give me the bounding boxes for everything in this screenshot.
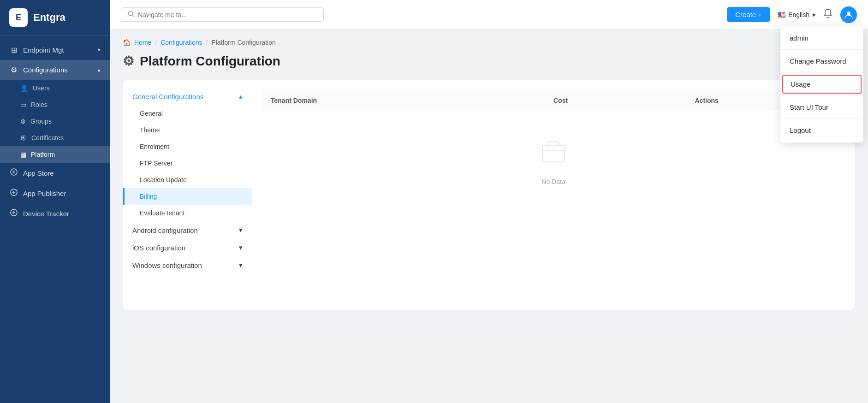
config-nav-billing[interactable]: Billing [123, 188, 252, 205]
create-button[interactable]: Create + [727, 7, 770, 22]
sidebar-subitem-groups[interactable]: ⊗ Groups [0, 113, 110, 130]
config-nav-ftp-server[interactable]: FTP Server [123, 155, 252, 172]
search-bar[interactable] [121, 7, 324, 22]
platform-icon: ▦ [20, 151, 26, 158]
header: Create + 🇺🇸 English ▾ admin Change Passw… [110, 0, 868, 30]
page-title-area: ⚙ Platform Configuration [123, 53, 855, 69]
general-config-header[interactable]: General Configurations ▴ [123, 88, 252, 105]
windows-chevron-icon: ▾ [239, 261, 243, 269]
flag-icon: 🇺🇸 [778, 11, 785, 18]
groups-icon: ⊗ [20, 118, 26, 125]
table-header: Tenant Domain Cost Actions [263, 91, 844, 110]
dropdown-divider-2 [780, 72, 863, 73]
sidebar-item-app-publisher[interactable]: App Publisher [0, 183, 110, 203]
sidebar-item-app-publisher-label: App Publisher [23, 190, 66, 197]
sidebar-subitem-certificates[interactable]: ⛨ Certificates [0, 130, 110, 146]
breadcrumb-home[interactable]: Home [134, 39, 151, 46]
sidebar-item-device-tracker[interactable]: Device Tracker [0, 203, 110, 224]
config-nav: General Configurations ▴ General Theme E… [123, 80, 252, 310]
sidebar-logo: E Entgra [0, 0, 110, 36]
device-tracker-icon [9, 209, 18, 218]
ios-config-label: iOS configuration [132, 244, 185, 252]
config-nav-theme[interactable]: Theme [123, 122, 252, 138]
dropdown-item-change-password[interactable]: Change Password [780, 52, 863, 71]
windows-config-header[interactable]: Windows configuration ▾ [123, 256, 252, 274]
breadcrumb: 🏠 Home / Configurations / Platform Confi… [123, 39, 855, 46]
general-config-section: General Configurations ▴ General Theme E… [123, 88, 252, 221]
sidebar-item-endpoint-mgt[interactable]: ⊞ Endpoint Mgt ▾ [0, 40, 110, 60]
bell-icon[interactable] [823, 8, 833, 21]
roles-icon: ▭ [20, 101, 26, 108]
user-dropdown-menu: admin Change Password Usage Start UI Tou… [780, 26, 863, 142]
sidebar-item-device-tracker-label: Device Tracker [23, 210, 69, 218]
no-data-text: No Data [541, 178, 565, 185]
page-content: 🏠 Home / Configurations / Platform Confi… [110, 30, 868, 403]
android-chevron-icon: ▾ [239, 226, 243, 234]
general-config-chevron-icon: ▴ [239, 92, 243, 101]
dropdown-divider-4 [780, 119, 863, 119]
svg-point-4 [847, 12, 850, 15]
page-title-icon: ⚙ [123, 53, 134, 69]
sidebar-subitem-platform-label: Platform [31, 151, 55, 158]
dropdown-divider [780, 49, 863, 50]
android-config-header[interactable]: Android configuration ▾ [123, 221, 252, 239]
home-icon: 🏠 [123, 39, 131, 46]
sidebar-item-app-store-label: App Store [23, 169, 54, 177]
android-config-label: Android configuration [132, 226, 198, 234]
sidebar: E Entgra ⊞ Endpoint Mgt ▾ ⚙ Configuratio… [0, 0, 110, 403]
sidebar-nav: ⊞ Endpoint Mgt ▾ ⚙ Configurations ▴ 👤 Us… [0, 36, 110, 403]
sidebar-item-app-store[interactable]: App Store [0, 163, 110, 183]
general-config-header-label: General Configurations [132, 93, 203, 101]
main-area: Create + 🇺🇸 English ▾ admin Change Passw… [110, 0, 868, 403]
sidebar-item-configurations-label: Configurations [23, 66, 68, 74]
no-data-icon [539, 138, 568, 172]
dropdown-item-usage[interactable]: Usage [782, 75, 862, 94]
sidebar-subitem-users-label: Users [33, 84, 50, 92]
endpoint-mgt-icon: ⊞ [9, 46, 18, 54]
lang-chevron-icon: ▾ [812, 11, 815, 18]
dropdown-item-start-ui-tour[interactable]: Start UI Tour [780, 98, 863, 117]
sidebar-subitem-certificates-label: Certificates [31, 134, 64, 142]
sidebar-subitem-groups-label: Groups [30, 118, 52, 125]
app-publisher-icon [9, 189, 18, 198]
avatar-button[interactable] [840, 6, 857, 23]
ios-config-header[interactable]: iOS configuration ▾ [123, 239, 252, 256]
sidebar-subitem-roles[interactable]: ▭ Roles [0, 96, 110, 113]
breadcrumb-current: Platform Configuration [211, 39, 275, 46]
chevron-down-icon: ▾ [98, 47, 101, 53]
col-header-tenant-domain: Tenant Domain [271, 97, 553, 104]
users-icon: 👤 [20, 84, 28, 92]
ios-chevron-icon: ▾ [239, 243, 243, 252]
language-label: English [788, 11, 809, 18]
config-nav-location-update[interactable]: Location Update [123, 172, 252, 188]
search-input[interactable] [138, 11, 317, 18]
config-nav-evaluate-tenant[interactable]: Evaluate tenant [123, 205, 252, 221]
dropdown-item-logout[interactable]: Logout [780, 121, 863, 140]
dropdown-item-admin[interactable]: admin [780, 29, 863, 47]
config-content: Tenant Domain Cost Actions No Data [252, 80, 855, 310]
page-title: Platform Configuration [140, 54, 280, 69]
logo-text: Entgra [33, 12, 65, 24]
certificates-icon: ⛨ [20, 134, 27, 142]
dropdown-divider-3 [780, 95, 863, 96]
sidebar-item-configurations[interactable]: ⚙ Configurations ▴ [0, 60, 110, 80]
config-nav-enrolment[interactable]: Enrolment [123, 138, 252, 155]
config-nav-general[interactable]: General [123, 105, 252, 122]
col-header-cost: Cost [553, 97, 695, 104]
configurations-icon: ⚙ [9, 65, 18, 74]
sidebar-subitem-platform[interactable]: ▦ Platform [0, 146, 110, 163]
app-store-icon [9, 168, 18, 178]
logo-icon: E [9, 8, 28, 27]
sidebar-subitem-roles-label: Roles [31, 101, 48, 108]
sidebar-subitem-users[interactable]: 👤 Users [0, 80, 110, 96]
search-icon [128, 11, 134, 18]
chevron-up-icon: ▴ [98, 67, 101, 73]
language-selector[interactable]: 🇺🇸 English ▾ [778, 11, 815, 18]
breadcrumb-sep-1: / [155, 39, 157, 46]
breadcrumb-configurations[interactable]: Configurations [161, 39, 202, 46]
header-right: Create + 🇺🇸 English ▾ [727, 6, 857, 23]
no-data-area: No Data [263, 110, 844, 213]
sidebar-item-endpoint-mgt-label: Endpoint Mgt [23, 46, 64, 54]
windows-config-label: Windows configuration [132, 261, 202, 269]
svg-rect-5 [542, 145, 565, 162]
